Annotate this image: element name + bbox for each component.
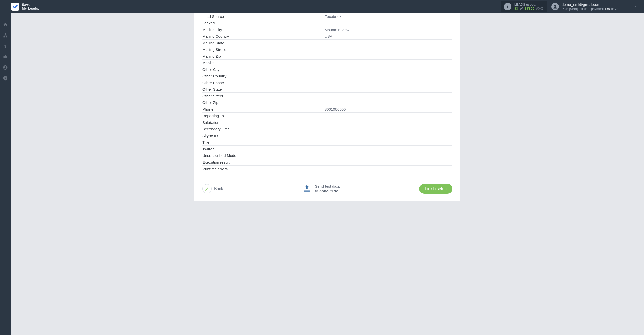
field-label: Mailing Street: [202, 47, 325, 52]
field-row: Mailing State: [202, 40, 452, 46]
field-label: Secondary Email: [202, 127, 325, 131]
field-row: Other Street: [202, 93, 452, 99]
field-label: Mailing Country: [202, 34, 325, 38]
user-account-widget[interactable]: demo_sml@gmail.com Plan |Start| left unt…: [551, 2, 618, 11]
field-label: Lead Source: [202, 14, 325, 19]
field-label: Locked: [202, 21, 325, 25]
finish-setup-button[interactable]: Finish setup: [419, 184, 452, 194]
chevron-down-icon: [633, 4, 637, 8]
field-row: Secondary Email: [202, 126, 452, 132]
svg-point-3: [5, 66, 6, 68]
field-row: Other Zip: [202, 99, 452, 106]
send-test-label: Send test data to Zoho CRM: [315, 184, 340, 193]
send-test-button[interactable]: Send test data to Zoho CRM: [303, 184, 340, 194]
briefcase-icon: [3, 54, 8, 59]
field-label: Other Street: [202, 94, 325, 98]
user-circle-icon: [3, 65, 8, 70]
field-label: Mailing City: [202, 28, 325, 32]
field-label: Other State: [202, 87, 325, 91]
sitemap-icon: [3, 33, 8, 38]
upload-icon: [303, 184, 311, 194]
back-button[interactable]: Back: [202, 184, 223, 193]
field-label: Other City: [202, 67, 325, 72]
field-row: Other Phone: [202, 79, 452, 86]
info-icon: i: [504, 3, 511, 10]
field-label: Other Country: [202, 74, 325, 78]
usage-of: of: [520, 7, 523, 10]
field-rows-container: Lead SourceFacebookLockedMailing CityMou…: [202, 13, 452, 172]
account-dropdown-toggle[interactable]: [631, 4, 640, 9]
field-label: Runtime errors: [202, 167, 325, 171]
svg-text:$: $: [4, 44, 7, 48]
app-logo[interactable]: [11, 3, 19, 11]
user-plan: Plan |Start| left until payment 169 days: [562, 7, 618, 11]
field-row: Other Country: [202, 73, 452, 79]
brand-line1: Save: [22, 3, 39, 7]
field-row: Phone8001000000: [202, 106, 452, 113]
field-value: Facebook: [325, 14, 452, 19]
field-label: Skype ID: [202, 133, 325, 138]
field-row: Execution result: [202, 159, 452, 166]
sidebar-item-help[interactable]: ?: [0, 73, 11, 84]
sidebar-item-connections[interactable]: [0, 30, 11, 41]
usage-used: 33: [514, 7, 518, 10]
field-label: Twitter: [202, 147, 325, 151]
svg-point-0: [554, 5, 556, 7]
field-label: Other Phone: [202, 81, 325, 85]
field-row: Lead SourceFacebook: [202, 13, 452, 20]
field-label: Phone: [202, 107, 325, 111]
usage-pct: (0%): [536, 7, 543, 10]
home-icon: [3, 22, 8, 27]
field-mapping-card: Lead SourceFacebookLockedMailing CityMou…: [194, 13, 460, 201]
field-label: Execution result: [202, 160, 325, 164]
brand-name: Save My Leads.: [22, 3, 39, 11]
field-label: Reporting To: [202, 114, 325, 118]
sidebar-item-account[interactable]: [0, 62, 11, 73]
field-row: Reporting To: [202, 113, 452, 119]
brand-line2: My Leads.: [22, 7, 39, 10]
field-label: Unsubscribed Mode: [202, 153, 325, 158]
user-email: demo_sml@gmail.com: [562, 2, 618, 7]
user-info: demo_sml@gmail.com Plan |Start| left unt…: [562, 2, 618, 11]
edit-circle: [202, 184, 212, 193]
field-row: Locked: [202, 20, 452, 26]
main-content: Lead SourceFacebookLockedMailing CityMou…: [11, 13, 644, 335]
field-row: Mailing Street: [202, 46, 452, 53]
field-label: Mailing State: [202, 41, 325, 45]
hamburger-menu-icon[interactable]: [0, 4, 10, 10]
sidebar-nav: $ ?: [0, 13, 11, 335]
field-row: Twitter: [202, 146, 452, 152]
field-row: Other City: [202, 66, 452, 73]
field-label: Salutation: [202, 120, 325, 125]
usage-total: 13'850: [525, 7, 535, 10]
field-row: Other State: [202, 86, 452, 93]
svg-text:?: ?: [5, 76, 6, 80]
field-label: Title: [202, 140, 325, 144]
usage-label: LEADS usage:: [514, 3, 543, 7]
field-row: Skype ID: [202, 132, 452, 139]
avatar-icon: [551, 3, 559, 10]
field-row: Mobile: [202, 60, 452, 66]
field-label: Mobile: [202, 61, 325, 65]
dollar-icon: $: [3, 44, 8, 49]
send-test-line1: Send test data: [315, 184, 340, 189]
back-label: Back: [214, 186, 223, 191]
field-value: USA: [325, 34, 452, 38]
sidebar-item-billing[interactable]: $: [0, 41, 11, 51]
app-header: Save My Leads. i LEADS usage: 33 of 13'8…: [0, 0, 644, 13]
sidebar-item-home[interactable]: [0, 19, 11, 30]
field-row: Salutation: [202, 119, 452, 126]
field-row: Mailing CityMountain View: [202, 26, 452, 33]
field-value: Mountain View: [325, 28, 452, 32]
field-row: Mailing CountryUSA: [202, 33, 452, 40]
field-row: Runtime errors: [202, 166, 452, 172]
field-row: Mailing Zip: [202, 53, 452, 60]
usage-text: LEADS usage: 33 of 13'850 (0%): [514, 3, 543, 11]
pencil-icon: [205, 187, 209, 191]
field-row: Unsubscribed Mode: [202, 152, 452, 159]
question-circle-icon: ?: [3, 76, 8, 81]
action-bar: Back Send test data to Zoho CRM Finish s…: [202, 184, 452, 194]
field-label: Other Zip: [202, 100, 325, 105]
leads-usage-widget[interactable]: i LEADS usage: 33 of 13'850 (0%): [501, 1, 547, 12]
sidebar-item-integrations[interactable]: [0, 51, 11, 62]
